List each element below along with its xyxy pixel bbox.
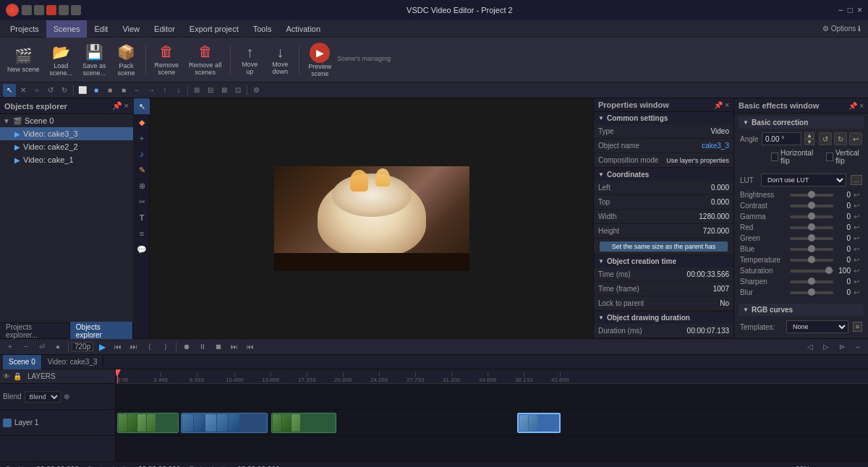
menu-item-edit[interactable]: Edit — [87, 20, 115, 38]
angle-up-btn[interactable]: ▲ — [804, 132, 814, 139]
menu-item-export[interactable]: Export project — [182, 20, 246, 38]
menu-item-activation[interactable]: Activation — [278, 20, 328, 38]
menu-item-projects[interactable]: Projects — [3, 20, 46, 38]
tl-clip-selected[interactable] — [517, 413, 561, 433]
temperature-reset[interactable]: ↩ — [854, 256, 862, 264]
blend-select[interactable]: Blend — [25, 391, 61, 403]
saturation-reset[interactable]: ↩ — [854, 267, 862, 275]
tl-play-btn[interactable]: ▶ — [95, 340, 109, 354]
tab-projects-explorer[interactable]: Projects explorer... — [0, 322, 70, 340]
tab-objects-explorer[interactable]: Objects explorer — [70, 322, 133, 340]
tool-crop[interactable]: ✂ — [134, 194, 150, 210]
quality-indicator[interactable]: 720p — [72, 342, 93, 351]
tl-ctrl-btn-15[interactable]: ▷ — [819, 340, 833, 354]
titlebar-btn-3[interactable] — [46, 5, 56, 15]
tl-ctrl-btn-11[interactable]: ⏹ — [211, 340, 226, 354]
move-down-button[interactable]: ↓ Movedown — [265, 40, 294, 80]
tl-ctrl-btn-13[interactable]: ⏮ — [243, 340, 258, 354]
tl-ctrl-btn-5[interactable]: ⏮ — [111, 340, 125, 354]
tl-ctrl-btn-8[interactable]: ⟩ — [158, 340, 173, 354]
temperature-track[interactable] — [790, 259, 833, 262]
common-settings-header[interactable]: ▼ Common settings — [594, 112, 733, 124]
tool-btn-5[interactable]: ↻ — [58, 84, 71, 97]
video-tab[interactable]: Video: cake3_3 — [42, 355, 104, 369]
move-up-button[interactable]: ↑ Moveup — [235, 40, 264, 80]
same-size-button[interactable]: Set the same size as the parent has — [600, 241, 728, 252]
close-properties-icon[interactable]: × — [725, 101, 729, 109]
tl-clip-3[interactable] — [271, 413, 336, 433]
tool-btn-8[interactable]: ■ — [103, 84, 116, 97]
maximize-btn[interactable]: □ — [848, 5, 853, 15]
tool-btn-t[interactable]: T — [134, 210, 150, 226]
tool-btn-10[interactable]: ← — [131, 84, 144, 97]
rotate-ccw-btn[interactable]: ↺ — [819, 132, 832, 145]
tl-ctrl-btn-17[interactable]: ↔ — [851, 340, 865, 354]
save-scene-button[interactable]: 💾 Save asscene... — [78, 40, 111, 80]
tl-ctrl-btn-3[interactable]: ⏎ — [35, 340, 49, 354]
pin-effects-icon[interactable]: 📌 — [848, 102, 857, 110]
rgb-curves-header[interactable]: ▼ RGB curves — [739, 304, 864, 316]
tool-audio[interactable]: ♪ — [134, 146, 150, 162]
grid-btn-4[interactable]: ⊡ — [231, 84, 244, 97]
sharpen-reset[interactable]: ↩ — [854, 278, 862, 286]
lock-icon[interactable]: 🔒 — [13, 372, 22, 380]
drawing-duration-header[interactable]: ▼ Object drawing duration — [594, 312, 733, 324]
lut-select[interactable]: Don't use LUT — [761, 173, 846, 187]
menu-item-editor[interactable]: Editor — [147, 20, 182, 38]
tl-ctrl-btn-1[interactable]: + — [3, 340, 17, 354]
blue-reset[interactable]: ↩ — [854, 245, 862, 253]
tool-btn-2[interactable]: ✕ — [17, 84, 30, 97]
titlebar-btn-5[interactable] — [71, 5, 81, 15]
tree-item-scene[interactable]: ▼ 🎬 Scene 0 — [0, 114, 133, 127]
brightness-track[interactable] — [790, 194, 833, 197]
tool-btn-12[interactable]: ↑ — [158, 84, 171, 97]
vertical-flip-cb[interactable] — [826, 153, 833, 161]
contrast-reset[interactable]: ↩ — [854, 202, 862, 210]
contrast-track[interactable] — [790, 205, 833, 207]
tool-btn-bubble[interactable]: 💬 — [134, 241, 150, 257]
scene-tab[interactable]: Scene 0 — [3, 355, 42, 369]
tl-clip-1[interactable] — [117, 413, 179, 433]
close-panel-icon[interactable]: × — [124, 101, 129, 111]
pin-icon[interactable]: 📌 — [112, 101, 122, 111]
tl-ctrl-btn-7[interactable]: ⟨ — [142, 340, 157, 354]
remove-scene-button[interactable]: 🗑 Removescene — [150, 40, 184, 80]
tool-btn-3[interactable]: ○ — [30, 84, 43, 97]
blur-reset[interactable]: ↩ — [854, 288, 862, 296]
menu-item-tools[interactable]: Tools — [246, 20, 279, 38]
close-btn[interactable]: × — [857, 5, 862, 15]
tl-clip-2[interactable] — [181, 413, 268, 433]
tool-btn-6[interactable]: ⬜ — [76, 84, 89, 97]
tool-btn-9[interactable]: ■ — [117, 84, 130, 97]
menu-item-scenes[interactable]: Scenes — [46, 20, 88, 38]
tool-btn-11[interactable]: → — [145, 84, 158, 97]
settings-btn[interactable]: ⚙ — [250, 84, 263, 97]
tl-ctrl-btn-14[interactable]: ◁ — [803, 340, 817, 354]
load-scene-button[interactable]: 📂 Loadscene... — [46, 40, 77, 80]
remove-all-scenes-button[interactable]: 🗑 Remove allscenes — [184, 40, 226, 80]
coordinates-header[interactable]: ▼ Coordinates — [594, 168, 733, 181]
tl-ctrl-btn-16[interactable]: ⊳ — [835, 340, 849, 354]
tl-clip-track[interactable] — [116, 410, 868, 436]
tool-btn-4[interactable]: ↺ — [44, 84, 57, 97]
basic-correction-header[interactable]: ▼ Basic correction — [739, 116, 864, 129]
horizontal-flip-checkbox[interactable]: Horizontal flip — [771, 149, 814, 165]
brightness-reset[interactable]: ↩ — [854, 191, 862, 199]
tool-text[interactable]: ✎ — [134, 162, 150, 178]
rotate-reset-btn[interactable]: ↩ — [849, 132, 862, 145]
pin-properties-icon[interactable]: 📌 — [714, 101, 723, 109]
red-track[interactable] — [790, 226, 833, 229]
sharpen-track[interactable] — [790, 280, 833, 283]
tl-ctrl-btn-2[interactable]: − — [19, 340, 33, 354]
grid-btn[interactable]: ⊞ — [190, 84, 203, 97]
playhead[interactable] — [117, 369, 118, 384]
tool-select[interactable]: ↖ — [134, 98, 150, 114]
red-reset[interactable]: ↩ — [854, 223, 862, 231]
angle-down-btn[interactable]: ▼ — [804, 139, 814, 145]
titlebar-btn-4[interactable] — [59, 5, 69, 15]
templates-browse-btn[interactable]: ≡ — [853, 322, 862, 332]
lut-browse-btn[interactable]: ... — [851, 175, 862, 185]
options-btn[interactable]: ⚙ Options ℹ — [818, 25, 865, 33]
horizontal-flip-cb[interactable] — [771, 153, 778, 161]
preview-scene-button[interactable]: ▶ Previewscene — [304, 40, 336, 80]
